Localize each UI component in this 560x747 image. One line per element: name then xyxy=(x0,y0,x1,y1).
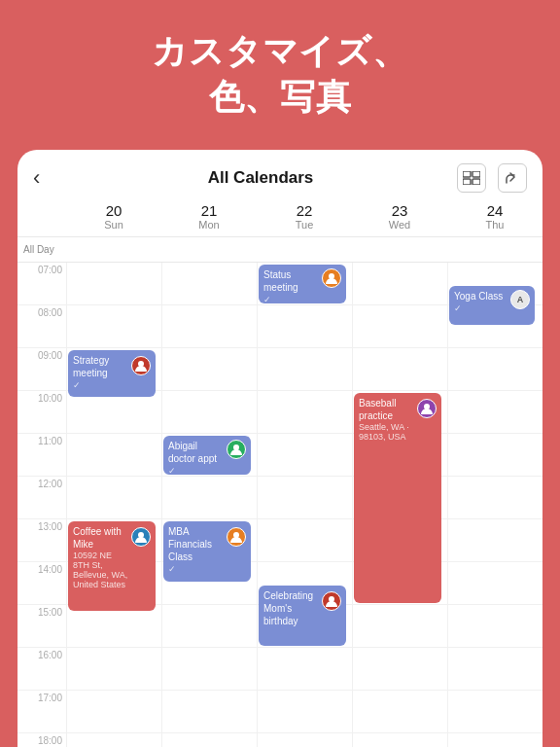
day-header-mon[interactable]: 21 Mon xyxy=(161,202,257,231)
day-header-thu[interactable]: 24 Thu xyxy=(447,202,542,231)
event-avatar xyxy=(131,527,151,547)
allday-row: All Day xyxy=(18,237,542,263)
event-avatar xyxy=(322,591,341,611)
event-yoga-class[interactable]: Yoga Class ✓ A xyxy=(449,286,535,325)
event-avatar xyxy=(417,399,437,418)
view-toggle-icon[interactable] xyxy=(457,163,486,193)
event-moms-birthday[interactable]: Celebrating Mom's birthday xyxy=(259,586,346,646)
calendar-card: ‹ All Calendars 20 Sun xyxy=(18,150,542,747)
day-headers: 20 Sun 21 Mon 22 Tue 23 Wed 24 Thu xyxy=(18,202,542,237)
event-avatar xyxy=(227,440,246,459)
time-row-10: 10:00 xyxy=(18,391,542,434)
header-icons xyxy=(457,163,527,193)
event-strategy-meeting[interactable]: Strategy meeting ✓ xyxy=(68,350,156,398)
calendar-title: All Calendars xyxy=(208,168,314,188)
event-abigail-doctor[interactable]: Abigail doctor appt ✓ xyxy=(163,436,251,475)
day-header-tue[interactable]: 22 Tue xyxy=(257,202,352,231)
hero-line2: 色、写真 xyxy=(152,75,407,121)
share-icon[interactable] xyxy=(498,163,527,193)
day-header-wed[interactable]: 23 Wed xyxy=(352,202,447,231)
calendar-header: ‹ All Calendars xyxy=(18,150,542,202)
event-coffee-mike[interactable]: Coffee with Mike 10592 NE 8TH St, Bellev… xyxy=(68,521,156,612)
time-row-17: 17:00 xyxy=(18,691,542,733)
time-row-16: 16:00 xyxy=(18,648,542,691)
svg-rect-0 xyxy=(463,171,471,177)
time-row-12: 12:00 xyxy=(18,477,542,519)
hero-line1: カスタマイズ、 xyxy=(152,29,407,75)
event-avatar xyxy=(227,527,246,547)
event-status-meeting[interactable]: Status meeting ✓ xyxy=(259,265,346,303)
allday-label: All Day xyxy=(18,244,66,255)
back-button[interactable]: ‹ xyxy=(33,165,64,191)
calendar-body: 07:00 08:00 09:00 xyxy=(18,263,542,747)
svg-rect-3 xyxy=(472,179,480,185)
day-header-sun[interactable]: 20 Sun xyxy=(66,202,161,231)
event-mba-class[interactable]: MBA Financials Class ✓ xyxy=(163,521,251,582)
svg-rect-2 xyxy=(463,179,471,185)
hero-text: カスタマイズ、 色、写真 xyxy=(132,0,427,140)
svg-rect-1 xyxy=(472,171,480,177)
event-baseball-practice[interactable]: Baseball practice Seattle, WA · 98103, U… xyxy=(354,393,441,603)
event-avatar xyxy=(131,356,151,375)
time-grid: 07:00 08:00 09:00 xyxy=(18,263,542,747)
event-avatar xyxy=(322,268,341,288)
time-gutter-header xyxy=(18,202,66,231)
time-row-18: 18:00 xyxy=(18,733,542,747)
time-row-11: 11:00 xyxy=(18,434,542,477)
event-avatar-letter: A xyxy=(510,290,530,309)
